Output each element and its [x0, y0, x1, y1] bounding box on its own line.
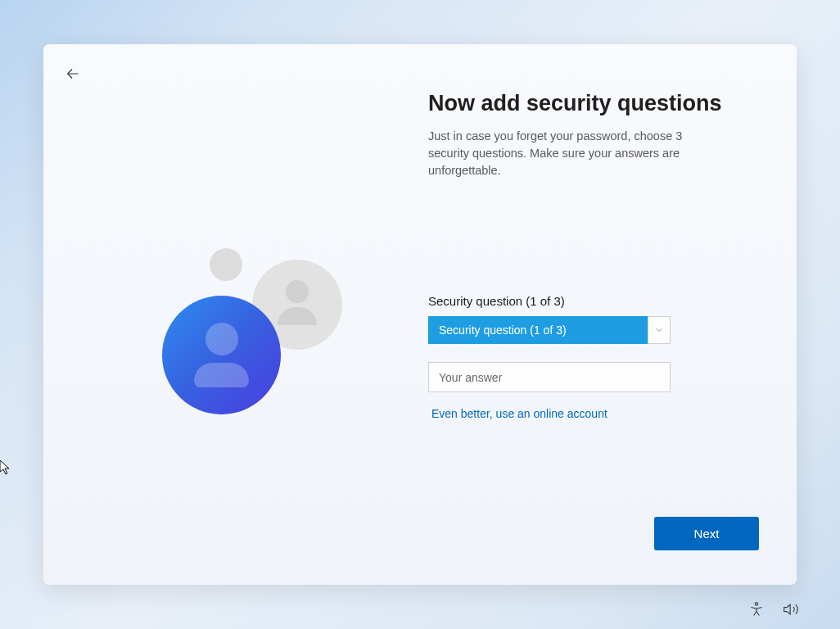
user-illustration	[162, 247, 391, 435]
oobe-card: Now add security questions Just in case …	[43, 44, 797, 585]
security-question-label: Security question (1 of 3)	[428, 294, 772, 308]
person-body-icon	[194, 363, 249, 387]
security-answer-input[interactable]	[428, 362, 671, 392]
next-button[interactable]: Next	[654, 517, 759, 550]
accessibility-button[interactable]	[748, 601, 765, 618]
dropdown-toggle-button[interactable]	[648, 316, 671, 344]
illustration-panel	[68, 62, 428, 567]
content-wrapper: Now add security questions Just in case …	[68, 62, 772, 567]
person-head-icon	[286, 280, 309, 303]
decoration-bubble-small	[210, 248, 242, 281]
use-online-account-link[interactable]: Even better, use an online account	[431, 407, 607, 420]
chevron-down-icon	[654, 325, 664, 335]
accessibility-icon	[748, 601, 765, 618]
security-question-dropdown[interactable]: Security question (1 of 3)	[428, 316, 671, 344]
person-body-icon	[278, 307, 317, 325]
page-description: Just in case you forget your password, c…	[428, 128, 723, 179]
system-tray	[748, 601, 799, 618]
svg-point-0	[755, 603, 757, 605]
decoration-bubble-large	[162, 296, 281, 414]
page-title: Now add security questions	[428, 91, 772, 116]
dropdown-selected-value[interactable]: Security question (1 of 3)	[428, 316, 648, 344]
volume-button[interactable]	[783, 601, 799, 618]
form-panel: Now add security questions Just in case …	[428, 62, 772, 567]
person-head-icon	[205, 323, 238, 355]
cursor-icon	[0, 460, 13, 475]
speaker-icon	[783, 601, 799, 618]
